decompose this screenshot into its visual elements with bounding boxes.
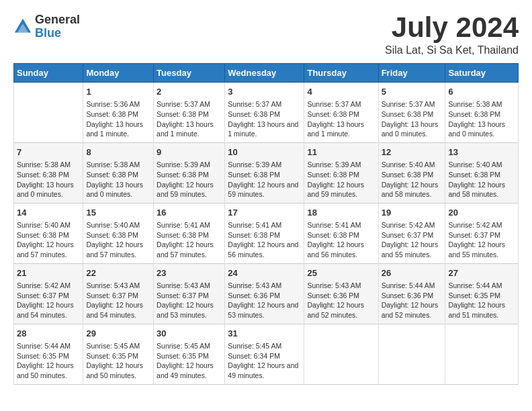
day-number: 13 (448, 146, 515, 158)
day-cell: 25Sunrise: 5:43 AMSunset: 6:36 PMDayligh… (304, 263, 378, 324)
day-info: Daylight: 12 hours and 54 minutes. (86, 300, 150, 320)
day-cell: 14Sunrise: 5:40 AMSunset: 6:38 PMDayligh… (14, 203, 83, 263)
day-info: Daylight: 13 hours and 1 minute. (157, 120, 222, 139)
day-info: Sunrise: 5:42 AM (448, 220, 515, 230)
day-info: Sunset: 6:36 PM (307, 291, 375, 301)
day-number: 17 (228, 207, 301, 219)
day-number: 25 (307, 267, 375, 279)
day-number: 22 (86, 267, 150, 279)
day-info: Daylight: 13 hours and 0 minutes. (382, 120, 443, 139)
day-info: Sunset: 6:38 PM (157, 170, 222, 180)
day-cell: 21Sunrise: 5:42 AMSunset: 6:37 PMDayligh… (14, 263, 83, 324)
header-cell-thursday: Thursday (304, 64, 378, 83)
day-info: Sunset: 6:37 PM (448, 230, 515, 240)
day-info: Daylight: 12 hours and 50 minutes. (86, 361, 150, 380)
day-info: Sunset: 6:34 PM (228, 351, 301, 361)
day-info: Sunrise: 5:38 AM (86, 160, 150, 170)
day-info: Sunrise: 5:37 AM (382, 99, 443, 109)
day-info: Sunset: 6:38 PM (17, 230, 80, 240)
day-info: Sunrise: 5:44 AM (17, 341, 80, 351)
day-info: Daylight: 12 hours and 49 minutes. (157, 361, 222, 380)
header-cell-tuesday: Tuesday (154, 64, 225, 83)
day-cell: 3Sunrise: 5:37 AMSunset: 6:38 PMDaylight… (225, 83, 304, 143)
day-info: Sunset: 6:38 PM (307, 109, 375, 120)
day-cell (14, 83, 83, 143)
day-info: Daylight: 13 hours and 0 minutes. (448, 120, 515, 139)
day-info: Sunset: 6:37 PM (17, 291, 80, 301)
day-cell: 18Sunrise: 5:41 AMSunset: 6:38 PMDayligh… (304, 203, 378, 263)
day-number: 23 (157, 267, 222, 279)
logo-general-text: General (35, 13, 80, 27)
calendar-header: SundayMondayTuesdayWednesdayThursdayFrid… (14, 64, 519, 83)
day-info: Sunrise: 5:37 AM (157, 99, 222, 109)
page-header: General Blue July 2024 Sila Lat, Si Sa K… (13, 13, 519, 56)
day-info: Daylight: 13 hours and 1 minute. (86, 120, 150, 139)
day-info: Daylight: 12 hours and 53 minutes. (228, 300, 301, 320)
title-block: July 2024 Sila Lat, Si Sa Ket, Thailand (385, 13, 519, 56)
day-info: Daylight: 12 hours and 54 minutes. (17, 300, 80, 320)
day-info: Sunrise: 5:40 AM (17, 220, 80, 230)
day-info: Sunrise: 5:37 AM (307, 99, 375, 109)
day-info: Sunrise: 5:44 AM (382, 281, 443, 291)
day-cell: 6Sunrise: 5:38 AMSunset: 6:38 PMDaylight… (445, 83, 519, 143)
day-number: 3 (228, 86, 301, 98)
day-cell: 9Sunrise: 5:39 AMSunset: 6:38 PMDaylight… (154, 142, 225, 203)
day-cell: 24Sunrise: 5:43 AMSunset: 6:36 PMDayligh… (225, 263, 304, 324)
day-cell (304, 324, 378, 384)
day-number: 11 (307, 146, 375, 158)
header-row: SundayMondayTuesdayWednesdayThursdayFrid… (14, 64, 519, 83)
day-info: Sunrise: 5:43 AM (307, 281, 375, 291)
day-cell: 23Sunrise: 5:43 AMSunset: 6:37 PMDayligh… (154, 263, 225, 324)
day-cell: 11Sunrise: 5:39 AMSunset: 6:38 PMDayligh… (304, 142, 378, 203)
header-cell-friday: Friday (378, 64, 445, 83)
day-number: 30 (157, 328, 222, 340)
logo: General Blue (13, 13, 80, 40)
header-cell-sunday: Sunday (14, 64, 83, 83)
day-info: Sunset: 6:38 PM (86, 170, 150, 180)
day-info: Sunset: 6:35 PM (86, 351, 150, 361)
day-info: Sunset: 6:38 PM (228, 109, 301, 120)
week-row-4: 21Sunrise: 5:42 AMSunset: 6:37 PMDayligh… (14, 263, 519, 324)
day-info: Sunrise: 5:42 AM (17, 281, 80, 291)
day-info: Daylight: 12 hours and 52 minutes. (382, 300, 443, 320)
header-cell-wednesday: Wednesday (225, 64, 304, 83)
day-info: Sunset: 6:38 PM (157, 109, 222, 120)
day-info: Daylight: 12 hours and 57 minutes. (17, 240, 80, 259)
day-info: Daylight: 12 hours and 58 minutes. (382, 180, 443, 199)
day-info: Sunset: 6:35 PM (17, 351, 80, 361)
day-cell: 26Sunrise: 5:44 AMSunset: 6:36 PMDayligh… (378, 263, 445, 324)
day-cell: 13Sunrise: 5:40 AMSunset: 6:38 PMDayligh… (445, 142, 519, 203)
day-info: Daylight: 13 hours and 1 minute. (228, 120, 301, 139)
day-info: Daylight: 12 hours and 52 minutes. (307, 300, 375, 320)
week-row-3: 14Sunrise: 5:40 AMSunset: 6:38 PMDayligh… (14, 203, 519, 263)
day-info: Sunset: 6:38 PM (307, 170, 375, 180)
day-info: Sunrise: 5:40 AM (448, 160, 515, 170)
day-info: Daylight: 12 hours and 55 minutes. (448, 240, 515, 259)
day-info: Sunset: 6:38 PM (382, 109, 443, 120)
day-cell: 22Sunrise: 5:43 AMSunset: 6:37 PMDayligh… (83, 263, 154, 324)
day-number: 4 (307, 86, 375, 98)
day-info: Sunset: 6:36 PM (228, 291, 301, 301)
day-info: Sunrise: 5:39 AM (228, 160, 301, 170)
day-cell: 30Sunrise: 5:45 AMSunset: 6:35 PMDayligh… (154, 324, 225, 384)
day-cell: 4Sunrise: 5:37 AMSunset: 6:38 PMDaylight… (304, 83, 378, 143)
day-info: Sunrise: 5:39 AM (157, 160, 222, 170)
day-cell: 16Sunrise: 5:41 AMSunset: 6:38 PMDayligh… (154, 203, 225, 263)
day-info: Sunrise: 5:37 AM (228, 99, 301, 109)
day-info: Daylight: 12 hours and 57 minutes. (86, 240, 150, 259)
day-cell: 15Sunrise: 5:40 AMSunset: 6:38 PMDayligh… (83, 203, 154, 263)
day-number: 18 (307, 207, 375, 219)
day-info: Sunset: 6:38 PM (157, 230, 222, 240)
day-info: Sunset: 6:36 PM (382, 291, 443, 301)
day-number: 20 (448, 207, 515, 219)
day-number: 19 (382, 207, 443, 219)
day-info: Daylight: 12 hours and 59 minutes. (157, 180, 222, 199)
day-number: 29 (86, 328, 150, 340)
day-info: Daylight: 12 hours and 55 minutes. (382, 240, 443, 259)
day-info: Daylight: 12 hours and 50 minutes. (17, 361, 80, 380)
subtitle: Sila Lat, Si Sa Ket, Thailand (385, 44, 519, 56)
day-info: Sunset: 6:38 PM (228, 170, 301, 180)
week-row-5: 28Sunrise: 5:44 AMSunset: 6:35 PMDayligh… (14, 324, 519, 384)
day-info: Daylight: 12 hours and 56 minutes. (307, 240, 375, 259)
day-info: Sunset: 6:37 PM (382, 230, 443, 240)
